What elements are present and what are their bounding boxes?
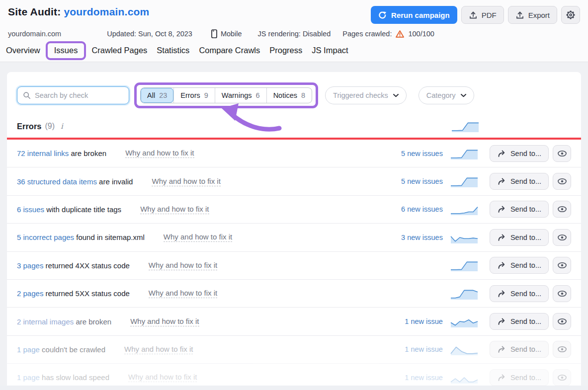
search-box[interactable] xyxy=(17,86,129,104)
send-to-button[interactable]: Send to... xyxy=(490,313,549,330)
why-fix-link[interactable]: Why and how to fix it xyxy=(152,177,220,186)
rerun-campaign-button[interactable]: Rerun campaign xyxy=(371,6,457,24)
hide-issue-button[interactable] xyxy=(553,201,571,218)
issue-row: 1 page has slow load speed Why and how t… xyxy=(7,364,581,390)
issue-link[interactable]: 3 pages xyxy=(17,261,43,270)
send-to-button[interactable]: Send to... xyxy=(490,229,549,246)
issue-link[interactable]: 1 page xyxy=(17,345,40,354)
category-dropdown[interactable]: Category xyxy=(419,86,474,104)
send-to-button[interactable]: Send to... xyxy=(490,341,549,358)
why-fix-link[interactable]: Why and how to fix it xyxy=(124,345,193,354)
tab-statistics[interactable]: Statistics xyxy=(157,43,189,62)
why-fix-link[interactable]: Why and how to fix it xyxy=(128,373,197,382)
eye-icon xyxy=(557,346,567,353)
section-title: Errors xyxy=(17,122,42,131)
device-mode: Mobile xyxy=(211,29,242,38)
hide-issue-button[interactable] xyxy=(553,145,571,162)
main-nav-tabs: Overview Issues Crawled Pages Statistics… xyxy=(0,38,588,62)
send-to-button[interactable]: Send to... xyxy=(490,145,549,162)
filter-notices[interactable]: Notices 8 xyxy=(266,88,312,103)
search-input[interactable] xyxy=(35,91,123,99)
issue-trend-sparkline xyxy=(450,314,479,328)
last-updated: Updated: Sun, Oct 8, 2023 xyxy=(107,30,192,38)
issue-row: 2 internal images are broken Why and how… xyxy=(7,308,581,335)
tab-progress[interactable]: Progress xyxy=(269,43,302,62)
why-fix-link[interactable]: Why and how to fix it xyxy=(149,289,217,298)
hide-issue-button[interactable] xyxy=(553,341,571,358)
issue-link[interactable]: 72 internal links xyxy=(17,149,69,157)
tab-js-impact[interactable]: JS Impact xyxy=(312,43,348,62)
hide-issue-button[interactable] xyxy=(553,173,571,190)
eye-icon xyxy=(557,234,567,241)
issue-link[interactable]: 36 structured data items xyxy=(17,177,97,186)
export-button[interactable]: Export xyxy=(508,6,557,24)
hide-issue-button[interactable] xyxy=(553,285,571,302)
issue-row: 3 pages returned 4XX status code Why and… xyxy=(7,252,581,280)
hide-issue-button[interactable] xyxy=(553,229,571,246)
filter-all[interactable]: All 23 xyxy=(141,88,173,103)
send-to-button[interactable]: Send to... xyxy=(490,257,549,274)
send-to-button[interactable]: Send to... xyxy=(490,369,549,386)
new-issues-link[interactable]: 1 new issue xyxy=(387,317,443,325)
info-icon[interactable]: i xyxy=(61,122,63,131)
new-issues-link[interactable]: 5 new issues xyxy=(387,150,443,157)
mobile-phone-icon xyxy=(211,29,217,38)
forward-arrow-icon xyxy=(497,374,506,382)
campaign-meta: yourdomain.com Updated: Sun, Oct 8, 2023… xyxy=(0,29,588,38)
issue-link[interactable]: 1 page xyxy=(17,373,40,382)
issue-trend-sparkline xyxy=(450,287,479,301)
filters-toolbar: All 23 Errors 9 Warnings 6 Notices 8 xyxy=(7,72,581,114)
tab-overview[interactable]: Overview xyxy=(6,43,40,62)
new-issues-link[interactable]: 5 new issues xyxy=(387,177,443,185)
triggered-checks-dropdown[interactable]: Triggered checks xyxy=(325,86,407,104)
forward-arrow-icon xyxy=(497,345,506,353)
tab-crawled-pages[interactable]: Crawled Pages xyxy=(91,43,147,62)
issue-link[interactable]: 2 pages xyxy=(17,289,43,298)
why-fix-link[interactable]: Why and how to fix it xyxy=(149,261,217,270)
issue-trend-sparkline xyxy=(450,231,479,244)
issue-link[interactable]: 2 internal images xyxy=(17,317,74,326)
issue-row: 72 internal links are broken Why and how… xyxy=(7,140,581,167)
issue-link[interactable]: 6 issues xyxy=(17,205,44,214)
new-issues-link[interactable]: 3 new issues xyxy=(387,234,443,241)
project-domain-link[interactable]: yourdomain.com xyxy=(64,6,149,17)
issue-trend-sparkline xyxy=(450,174,479,188)
issues-list: 72 internal links are broken Why and how… xyxy=(7,140,581,390)
why-fix-link[interactable]: Why and how to fix it xyxy=(125,149,194,158)
forward-arrow-icon xyxy=(497,205,506,213)
search-icon xyxy=(23,91,31,99)
issue-row: 6 issues with duplicate title tags Why a… xyxy=(7,196,581,224)
filter-warnings[interactable]: Warnings 6 xyxy=(215,88,266,103)
errors-section-header: Errors (9) i xyxy=(7,114,581,133)
why-fix-link[interactable]: Why and how to fix it xyxy=(164,233,232,242)
tab-issues[interactable]: Issues xyxy=(46,41,86,60)
issue-row: 2 pages returned 5XX status code Why and… xyxy=(7,280,581,308)
new-issues-link[interactable]: 1 new issue xyxy=(387,374,443,382)
page-title: Site Audit:yourdomain.com xyxy=(8,6,149,18)
forward-arrow-icon xyxy=(497,150,506,157)
forward-arrow-icon xyxy=(497,317,506,325)
new-issues-link[interactable]: 6 new issues xyxy=(387,205,443,213)
new-issues-link[interactable]: 1 new issue xyxy=(387,345,443,353)
tab-compare-crawls[interactable]: Compare Crawls xyxy=(199,43,260,62)
eye-icon xyxy=(557,206,567,213)
why-fix-link[interactable]: Why and how to fix it xyxy=(140,205,209,214)
send-to-button[interactable]: Send to... xyxy=(490,201,549,218)
why-fix-link[interactable]: Why and how to fix it xyxy=(130,317,199,326)
pdf-button[interactable]: PDF xyxy=(461,6,504,24)
issue-link[interactable]: 5 incorrect pages xyxy=(17,233,74,241)
send-to-button[interactable]: Send to... xyxy=(490,173,549,190)
issue-trend-sparkline xyxy=(450,147,479,160)
hide-issue-button[interactable] xyxy=(553,257,571,274)
settings-button[interactable] xyxy=(561,6,580,24)
hide-issue-button[interactable] xyxy=(553,369,571,386)
project-name: yourdomain.com xyxy=(8,30,61,38)
section-count: (9) xyxy=(45,122,55,131)
issue-row: 5 incorrect pages found in sitemap.xml W… xyxy=(7,224,581,251)
refresh-icon xyxy=(378,11,387,19)
page-header: Site Audit:yourdomain.com Rerun campaign xyxy=(0,0,588,62)
upload-icon xyxy=(515,11,524,19)
filter-errors[interactable]: Errors 9 xyxy=(173,88,215,103)
send-to-button[interactable]: Send to... xyxy=(490,285,549,302)
hide-issue-button[interactable] xyxy=(553,313,571,330)
